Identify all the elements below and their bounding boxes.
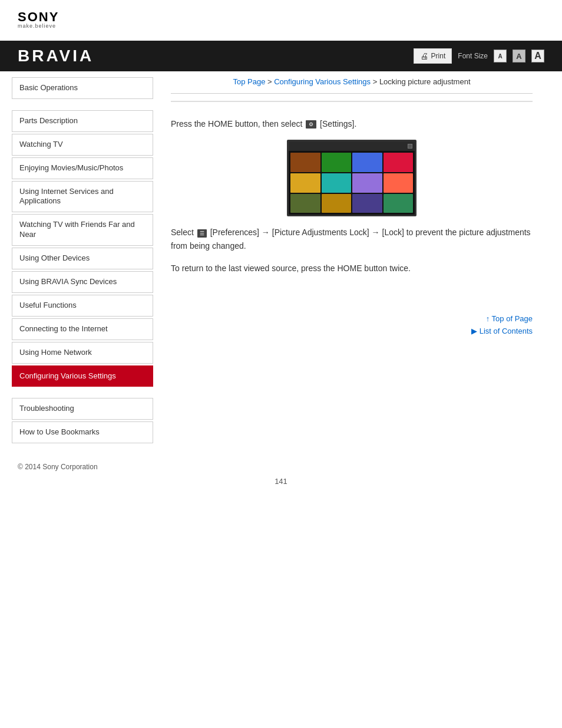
sidebar-item-bravia-sync[interactable]: Using BRAVIA Sync Devices [12,271,153,293]
print-button[interactable]: 🖨 Print [414,48,452,64]
sidebar-item-label: Watching TV with Friends Far and Near [19,220,135,239]
tv-indicator [408,144,412,149]
content-divider-top [171,93,533,94]
tv-cell-10 [322,194,352,213]
sidebar-item-troubleshooting[interactable]: Troubleshooting [12,398,153,420]
sidebar-item-watching-friends[interactable]: Watching TV with Friends Far and Near [12,214,153,246]
sidebar-item-parts-description[interactable]: Parts Description [12,110,153,132]
sidebar-item-label: Using BRAVIA Sync Devices [19,277,117,286]
tv-cell-7 [352,173,382,193]
tv-cell-11 [352,194,382,213]
font-medium-button[interactable]: A [513,50,525,62]
step1-text: Press the HOME button, then select ⚙ [Se… [171,117,533,130]
copyright-text: © 2014 Sony Corporation [18,463,98,471]
sidebar-item-home-network[interactable]: Using Home Network [12,342,153,364]
header-controls: 🖨 Print Font Size A A A [414,48,544,64]
tv-cell-3 [352,153,382,172]
tv-grid [289,151,415,215]
sony-logo: SONY make.believe [18,11,544,29]
page-number: 141 [0,471,562,498]
sidebar-item-connecting-internet[interactable]: Connecting to the Internet [12,318,153,340]
content-area: Top Page > Configuring Various Settings … [153,71,550,445]
sidebar-item-label: Enjoying Movies/Music/Photos [19,163,123,172]
content-divider-thick [171,101,533,102]
sidebar-item-label: Troubleshooting [19,404,74,413]
sidebar-item-label: Useful Functions [19,301,77,309]
font-large-button[interactable]: A [531,50,544,62]
step2-text: Select ☰ [Preferences] → [Picture Adjust… [171,226,533,252]
bravia-title: BRAVIA [18,47,94,65]
sidebar-item-enjoying-movies[interactable]: Enjoying Movies/Music/Photos [12,157,153,179]
sidebar-divider-2 [12,388,153,398]
sidebar-item-basic-operations[interactable]: Basic Operations [12,77,153,99]
tv-screenshot [287,140,416,216]
tv-top-bar [289,141,415,151]
print-icon: 🖨 [420,51,428,61]
tv-cell-9 [290,194,320,213]
sidebar-item-configuring-settings[interactable]: Configuring Various Settings [12,365,153,387]
sidebar-item-label: Configuring Various Settings [19,371,116,380]
breadcrumb: Top Page > Configuring Various Settings … [171,77,533,86]
breadcrumb-top-link[interactable]: Top Page [233,77,265,86]
sidebar: Basic Operations Parts Description Watch… [12,71,153,445]
logo-area: SONY make.believe [0,0,562,35]
sidebar-divider-1 [12,101,153,110]
tv-cell-4 [384,153,414,172]
copyright-area: © 2014 Sony Corporation [0,451,562,471]
content-body: Press the HOME button, then select ⚙ [Se… [171,111,533,291]
tv-cell-6 [322,173,352,193]
tv-cell-12 [384,194,414,213]
sidebar-item-bookmarks[interactable]: How to Use Bookmarks [12,421,153,443]
sidebar-item-label: Connecting to the Internet [19,324,108,333]
sidebar-item-other-devices[interactable]: Using Other Devices [12,248,153,269]
footer-links: Top of Page List of Contents [171,314,533,335]
tv-cell-2 [322,153,352,172]
tv-screenshot-container [171,140,533,216]
sidebar-item-label: How to Use Bookmarks [19,427,100,436]
settings-icon: ⚙ [306,120,316,129]
print-label: Print [431,52,446,60]
sidebar-item-useful-functions[interactable]: Useful Functions [12,295,153,317]
sidebar-item-label: Using Other Devices [19,253,90,262]
preferences-icon: ☰ [197,229,207,238]
sidebar-item-label: Using Home Network [19,348,92,357]
sony-tagline: make.believe [18,24,544,29]
breadcrumb-current: Locking picture adjustment [379,77,471,86]
font-size-label: Font Size [458,52,488,60]
tv-cell-1 [290,153,320,172]
breadcrumb-separator-1: > [267,77,274,86]
list-of-contents-link[interactable]: List of Contents [171,327,533,335]
step3-text: To return to the last viewed source, pre… [171,262,533,275]
sidebar-item-label: Using Internet Services and Applications [19,187,114,206]
sony-brand: SONY [18,11,544,24]
sidebar-item-watching-tv[interactable]: Watching TV [12,134,153,156]
top-of-page-link[interactable]: Top of Page [171,314,533,323]
tv-cell-5 [290,173,320,193]
sidebar-item-internet-services[interactable]: Using Internet Services and Applications [12,181,153,213]
tv-cell-8 [384,173,414,193]
header-bar: BRAVIA 🖨 Print Font Size A A A [0,41,562,71]
sidebar-item-label: Parts Description [19,116,78,125]
font-small-button[interactable]: A [494,50,507,62]
main-layout: Basic Operations Parts Description Watch… [0,71,562,445]
sidebar-item-label: Watching TV [19,140,63,149]
breadcrumb-separator-2: > [373,77,379,86]
sidebar-item-label: Basic Operations [19,83,78,92]
breadcrumb-section-link[interactable]: Configuring Various Settings [274,77,371,86]
